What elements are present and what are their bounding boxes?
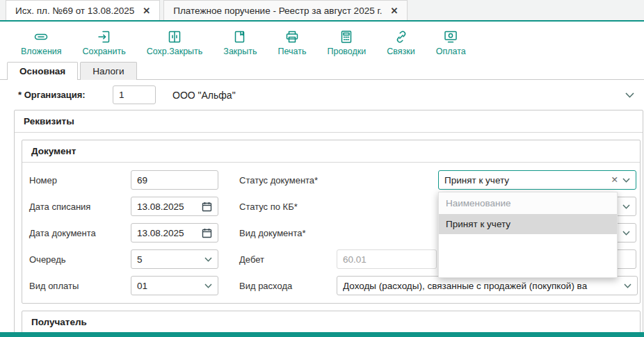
- write-off-date-input[interactable]: 13.08.2025: [131, 197, 218, 216]
- chevron-down-icon[interactable]: [204, 257, 212, 262]
- dropdown-item[interactable]: Принят к учету: [439, 214, 617, 234]
- calendar-icon[interactable]: [202, 228, 212, 238]
- write-off-date-label: Дата списания: [29, 202, 131, 212]
- window-tab-register[interactable]: Платежное поручение - Реестр за август 2…: [163, 0, 408, 20]
- dropdown-column-header: Наименование: [439, 192, 617, 214]
- document-group-body: Номер Статус документа* Принят к учету ✕…: [22, 163, 640, 303]
- window-tab-label: Исх. пл. №69 от 13.08.2025: [15, 6, 134, 16]
- chevron-down-icon[interactable]: [622, 178, 630, 183]
- toolbar-label: Сохранить: [83, 47, 126, 56]
- expense-kind-value: Доходы (расходы), связанные с продажей (…: [343, 281, 620, 291]
- organization-label: * Организация:: [18, 90, 113, 100]
- debit-label: Дебет: [239, 254, 337, 265]
- toolbar-label: Закрыть: [223, 47, 257, 56]
- tab-main[interactable]: Основная: [7, 62, 78, 80]
- save-close-button[interactable]: Сохр.Закрыть: [147, 28, 203, 56]
- toolbar-label: Связки: [387, 47, 414, 56]
- requisites-group: Реквизиты Документ Номер Статус документ…: [14, 110, 643, 337]
- expense-kind-label: Вид расхода: [239, 281, 337, 291]
- payment-button[interactable]: Оплата: [436, 28, 466, 56]
- save-button[interactable]: Сохранить: [83, 28, 126, 56]
- document-group: Документ Номер Статус документа* Принят …: [22, 140, 641, 304]
- print-button[interactable]: Печать: [278, 28, 307, 56]
- toolbar: Вложения Сохранить Сохр.Закрыть Закрыть …: [0, 22, 644, 60]
- doc-kind-label: Вид документа*: [239, 228, 337, 238]
- print-icon: [284, 28, 300, 45]
- expense-kind-combobox[interactable]: Доходы (расходы), связанные с продажей (…: [337, 276, 638, 295]
- window-tab-outgoing-payment[interactable]: Исх. пл. №69 от 13.08.2025 ✕: [6, 0, 160, 20]
- attachments-icon: [33, 28, 49, 45]
- write-off-date-value: 13.08.2025: [137, 202, 198, 212]
- toolbar-label: Вложения: [21, 47, 62, 56]
- form-row: Номер Статус документа* Принят к учету ✕…: [22, 167, 640, 193]
- payment-kind-value: 01: [137, 281, 200, 291]
- number-input[interactable]: [131, 170, 218, 190]
- links-button[interactable]: Связки: [387, 28, 414, 56]
- chevron-down-icon[interactable]: [624, 283, 631, 288]
- doc-date-value: 13.08.2025: [137, 228, 198, 238]
- toolbar-label: Оплата: [436, 47, 466, 56]
- toolbar-label: Сохр.Закрыть: [147, 47, 203, 56]
- close-document-button[interactable]: Закрыть: [223, 28, 257, 56]
- window-tab-label: Платежное поручение - Реестр за август 2…: [173, 6, 382, 16]
- form-tab-bar: Основная Налоги: [0, 62, 644, 80]
- tab-close-icon[interactable]: ✕: [143, 6, 150, 15]
- links-icon: [393, 28, 410, 45]
- status-value: Принят к учету: [444, 175, 607, 186]
- clear-icon[interactable]: ✕: [611, 176, 618, 185]
- queue-label: Очередь: [29, 254, 131, 265]
- recipient-group-title: Получатель: [22, 311, 640, 334]
- chevron-down-icon[interactable]: [625, 92, 634, 98]
- number-input-field[interactable]: [137, 175, 212, 186]
- chevron-down-icon[interactable]: [622, 231, 630, 236]
- calendar-icon[interactable]: [202, 202, 212, 212]
- recipient-group: Получатель: [22, 311, 641, 334]
- save-icon: [96, 28, 113, 45]
- payment-order-window: Исх. пл. №69 от 13.08.2025 ✕ Платежное п…: [0, 0, 644, 337]
- number-label: Номер: [29, 175, 131, 186]
- status-combobox[interactable]: Принят к учету ✕: [438, 170, 636, 190]
- save-close-icon: [166, 28, 183, 45]
- organization-combobox[interactable]: * Организация: ООО "Альфа": [0, 80, 644, 110]
- tab-close-icon[interactable]: ✕: [390, 6, 398, 15]
- kb-status-label: Статус по КБ*: [239, 202, 337, 212]
- chevron-down-icon[interactable]: [204, 283, 212, 288]
- status-label: Статус документа*: [239, 175, 337, 186]
- bottom-scrollbar[interactable]: [0, 332, 644, 337]
- organization-code-input[interactable]: [113, 85, 156, 104]
- tab-taxes[interactable]: Налоги: [80, 62, 136, 80]
- window-tab-bar: Исх. пл. №69 от 13.08.2025 ✕ Платежное п…: [0, 0, 644, 22]
- close-document-icon: [232, 28, 248, 45]
- status-dropdown-panel: Наименование Принят к учету: [438, 192, 618, 278]
- debit-input-field: [343, 254, 430, 265]
- postings-icon: [338, 28, 355, 45]
- chevron-down-icon[interactable]: [622, 204, 630, 209]
- queue-value: 5: [137, 254, 200, 265]
- document-group-title: Документ: [22, 140, 640, 163]
- organization-name: ООО "Альфа": [172, 90, 625, 101]
- toolbar-label: Печать: [278, 47, 307, 56]
- doc-date-input[interactable]: 13.08.2025: [131, 223, 218, 243]
- requisites-group-title: Реквизиты: [15, 110, 643, 133]
- payment-kind-select[interactable]: 01: [131, 276, 218, 295]
- payment-icon: [442, 28, 459, 45]
- toolbar-label: Проводки: [327, 47, 366, 56]
- queue-select[interactable]: 5: [131, 249, 218, 269]
- attachments-button[interactable]: Вложения: [21, 28, 62, 56]
- payment-kind-label: Вид оплаты: [29, 281, 131, 291]
- debit-input: [337, 249, 437, 269]
- doc-date-label: Дата документа: [29, 228, 131, 238]
- postings-button[interactable]: Проводки: [327, 28, 366, 56]
